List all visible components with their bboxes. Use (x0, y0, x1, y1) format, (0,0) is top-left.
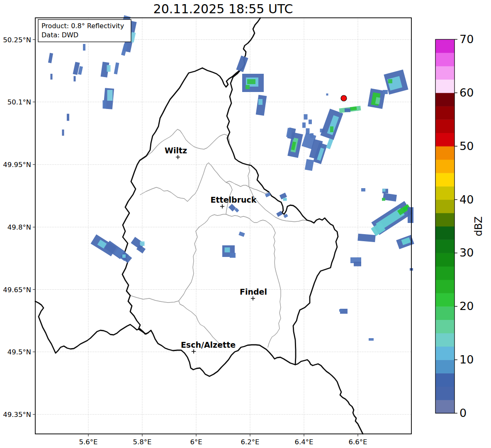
colorbar-tick-label: 10 (459, 353, 474, 366)
colorbar-tick-label: 40 (459, 193, 474, 206)
radar-echo-cell (283, 198, 287, 201)
colorbar-segment (435, 280, 455, 293)
colorbar-segment (435, 253, 455, 266)
radar-echo-cell (354, 262, 361, 266)
radar-echo-cell (236, 56, 248, 72)
y-tick-label: 49.65°N (3, 286, 31, 294)
radar-echo-cell (83, 44, 85, 51)
radar-echo-cell (302, 123, 306, 128)
colorbar-segment (435, 39, 455, 53)
city-label: Findel (240, 287, 267, 296)
x-tick-label: 5.6°E (79, 438, 98, 446)
regional-border-line (199, 214, 274, 229)
radar-echo-layer (48, 15, 414, 341)
y-tick-label: 49.5°N (7, 348, 31, 356)
radar-echo-cell (383, 189, 386, 192)
radar-echo-cell (67, 114, 69, 121)
national-border-line (295, 360, 363, 434)
colorbar-tick-label: 20 (459, 300, 474, 312)
colorbar-segment (435, 93, 455, 107)
radar-echo-cell (382, 198, 385, 201)
colorbar-segment (435, 160, 455, 173)
radar-echo-cell (388, 79, 392, 83)
colorbar-segment (435, 213, 455, 227)
radar-echo-cell (62, 130, 64, 136)
city-label: Ettelbruck (211, 195, 257, 204)
product-info-line1: Product: 0.8° Reflectivity (41, 22, 124, 30)
x-tick-label: 6°E (190, 438, 202, 446)
regional-borders (130, 129, 309, 347)
y-tick-label: 49.8°N (7, 223, 31, 231)
regional-border-line (140, 163, 209, 201)
radar-echo-cell (339, 309, 343, 312)
y-tick-label: 49.95°N (3, 161, 31, 169)
city-cross-marker (251, 296, 255, 300)
axis-tick-labels: 5.6°E5.8°E6°E6.2°E6.4°E6.6°E50.25°N50.1°… (3, 36, 367, 446)
radar-echo-cell (408, 207, 413, 223)
product-info-box: Product: 0.8° Reflectivity Data: DWD (38, 19, 131, 42)
radar-echo-cell (107, 90, 113, 101)
y-tick-label: 50.25°N (3, 36, 31, 44)
colorbar-segment (435, 266, 455, 280)
radar-echo-cell (326, 138, 333, 149)
product-info-line2: Data: DWD (41, 31, 78, 39)
colorbar-segment (435, 106, 455, 120)
colorbar-segment (435, 306, 455, 320)
y-tick-label: 50.1°N (7, 98, 31, 106)
colorbar-tick-label: 50 (459, 140, 474, 153)
radar-echo-cell (309, 120, 312, 124)
map-gridlines (35, 18, 411, 434)
radar-echo-cell (74, 76, 76, 82)
x-tick-label: 5.8°E (133, 438, 152, 446)
regional-border-line (226, 181, 269, 194)
radar-echo-cell (369, 338, 374, 341)
city-label: Esch/Alzette (181, 340, 236, 349)
colorbar-segment (435, 293, 455, 307)
radar-echo-cell (228, 204, 236, 211)
radar-echo-cell (304, 114, 308, 120)
x-tick-label: 6.4°E (295, 438, 314, 446)
colorbar-segment (435, 346, 455, 360)
colorbar-tick-label: 30 (459, 246, 474, 259)
city-markers: WiltzEttelbruckFindelEsch/Alzette (165, 146, 267, 354)
radar-echo-cell (238, 232, 245, 237)
radar-echo-cell (357, 234, 375, 242)
colorbar-segment (435, 80, 455, 93)
radar-reflectivity-figure: WiltzEttelbruckFindelEsch/Alzette 5.6°E5… (0, 0, 491, 448)
radar-echo-cell (107, 65, 111, 72)
city-label: Wiltz (165, 146, 187, 155)
regional-border-line (130, 295, 179, 303)
radar-echo-cell (258, 99, 263, 105)
radar-echo-cell (247, 79, 255, 84)
radar-echo-cell (256, 95, 267, 116)
colorbar-segment (435, 133, 455, 147)
colorbar-segment (435, 173, 455, 186)
radar-site-marker (341, 95, 347, 101)
colorbar-segment (435, 240, 455, 253)
regional-border-line (139, 129, 229, 162)
radar-site-dot (341, 95, 347, 101)
colorbar-tick-label: 70 (459, 33, 474, 46)
radar-echo-cell (140, 242, 145, 246)
map-frame (35, 18, 411, 434)
map-frame-rect (35, 18, 411, 434)
national-borders (35, 18, 363, 434)
x-tick-label: 6.6°E (349, 438, 367, 446)
radar-echo-cell (103, 100, 107, 109)
radar-echo-cell (114, 63, 119, 75)
city-cross-marker (192, 349, 196, 354)
colorbar-segment (435, 53, 455, 66)
radar-echo-cell (246, 85, 250, 89)
radar-map-page: WiltzEttelbruckFindelEsch/Alzette 5.6°E5… (0, 0, 491, 448)
colorbar: 010203040506070 (435, 33, 474, 419)
colorbar-unit-label: dBZ (473, 216, 484, 236)
radar-echo-cell (230, 253, 236, 258)
radar-echo-cell (345, 109, 350, 112)
city-cross-marker (176, 155, 180, 159)
radar-echo-cell (330, 126, 333, 132)
colorbar-segment (435, 333, 455, 347)
colorbar-segment (435, 226, 455, 240)
colorbar-segment (435, 186, 455, 200)
x-tick-label: 6.2°E (241, 438, 260, 446)
radar-echo-cell (305, 159, 314, 171)
